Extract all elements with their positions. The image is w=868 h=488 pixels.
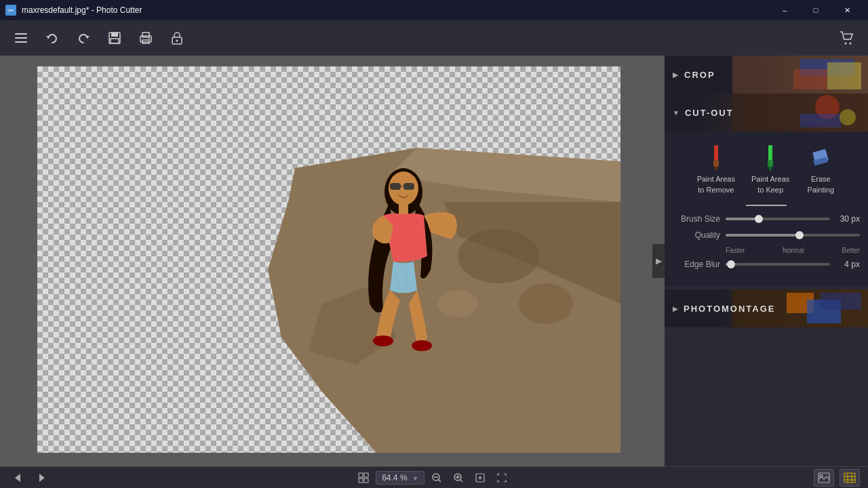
canvas-area[interactable]: ▶ xyxy=(0,56,665,466)
svg-rect-24 xyxy=(403,183,414,190)
svg-rect-1 xyxy=(15,37,27,39)
crop-section[interactable]: ▶ CROP xyxy=(665,56,868,94)
brush-size-label: Brush Size xyxy=(673,214,720,224)
quality-track[interactable] xyxy=(726,234,860,237)
app-icon: ✂ xyxy=(5,5,16,16)
paint-remove-icon-box xyxy=(701,142,731,172)
svg-line-58 xyxy=(438,479,441,482)
quality-label: Quality xyxy=(673,230,720,240)
right-panel: ▶ CROP ▼ CUT-OUT xyxy=(665,56,868,466)
svg-rect-5 xyxy=(111,39,119,43)
paint-keep-label-line1: Paint Areas xyxy=(751,175,789,183)
svg-point-11 xyxy=(176,40,178,42)
quality-markers: Faster Normal Better xyxy=(726,247,860,254)
menu-button[interactable] xyxy=(8,25,34,51)
brush-size-fill xyxy=(726,218,759,220)
quality-row: Quality xyxy=(673,230,860,240)
save-button[interactable] xyxy=(102,25,127,51)
canvas-container xyxy=(37,66,620,453)
window-controls[interactable]: – □ ✕ xyxy=(769,0,863,20)
lock-button[interactable] xyxy=(164,25,190,51)
crop-arrow-icon: ▶ xyxy=(673,71,679,79)
svg-rect-2 xyxy=(15,41,27,43)
crop-header: ▶ CROP xyxy=(665,70,868,80)
paint-remove-label-line2: to Remove xyxy=(698,186,734,194)
zoom-out-button[interactable] xyxy=(427,468,446,487)
svg-rect-28 xyxy=(375,336,390,344)
maximize-button[interactable]: □ xyxy=(800,0,831,20)
crop-label: CROP xyxy=(684,70,715,80)
paint-keep-button[interactable]: Paint Areas to Keep xyxy=(751,142,789,194)
cutout-section-header[interactable]: ▼ CUT-OUT xyxy=(665,94,868,131)
print-button[interactable] xyxy=(133,25,159,51)
svg-point-9 xyxy=(149,38,150,39)
quality-faster: Faster xyxy=(726,247,745,254)
minimize-button[interactable]: – xyxy=(769,0,800,20)
image-view-button[interactable] xyxy=(814,469,834,487)
title-bar: ✂ maxresdefault.jpg* - Photo Cutter – □ … xyxy=(0,0,868,20)
edge-blur-track[interactable] xyxy=(726,263,830,266)
svg-marker-44 xyxy=(768,167,772,171)
svg-point-17 xyxy=(458,229,539,283)
undo-button[interactable] xyxy=(39,25,65,51)
fit-window-button[interactable] xyxy=(492,468,511,487)
zoom-in-button[interactable] xyxy=(449,468,468,487)
close-button[interactable]: ✕ xyxy=(831,0,863,20)
svg-rect-7 xyxy=(142,33,149,37)
quality-thumb[interactable] xyxy=(795,231,804,239)
svg-rect-30 xyxy=(414,342,429,350)
paint-keep-icon xyxy=(758,144,783,171)
erase-icon xyxy=(808,144,833,171)
zoom-display[interactable]: 64.4 % ▼ xyxy=(376,471,425,485)
paint-keep-label-line2: to Keep xyxy=(757,186,783,194)
svg-marker-41 xyxy=(714,167,718,171)
paint-keep-icon-box xyxy=(755,142,785,172)
svg-line-61 xyxy=(460,479,462,482)
svg-marker-52 xyxy=(39,474,45,482)
redo-button[interactable] xyxy=(71,25,96,51)
cutout-body: Paint Areas to Remove Paint Areas xyxy=(665,131,868,287)
layers-button[interactable] xyxy=(840,469,860,487)
svg-rect-42 xyxy=(768,145,772,161)
panel-expand-button[interactable]: ▶ xyxy=(652,244,665,278)
next-image-button[interactable] xyxy=(33,468,52,487)
photomontage-section[interactable]: ▶ PHOTOMONTAGE xyxy=(665,289,868,327)
paint-remove-label-line1: Paint Areas xyxy=(697,175,735,183)
cart-button[interactable] xyxy=(834,25,860,51)
svg-marker-51 xyxy=(15,474,20,482)
brush-size-value: 30 px xyxy=(835,214,860,224)
tool-buttons: Paint Areas to Remove Paint Areas xyxy=(673,142,860,194)
quality-better: Better xyxy=(842,247,860,254)
status-left xyxy=(8,468,52,487)
edge-blur-label: Edge Blur xyxy=(673,260,720,269)
title-bar-left: ✂ maxresdefault.jpg* - Photo Cutter xyxy=(5,5,142,16)
canvas-image xyxy=(37,66,620,453)
svg-rect-53 xyxy=(359,473,363,477)
svg-rect-55 xyxy=(359,479,363,483)
brush-size-track[interactable] xyxy=(726,218,830,220)
window-title: maxresdefault.jpg* - Photo Cutter xyxy=(22,5,142,15)
svg-rect-50 xyxy=(821,293,861,310)
svg-point-19 xyxy=(437,290,478,317)
svg-rect-56 xyxy=(364,479,368,483)
edge-blur-thumb[interactable] xyxy=(727,260,735,268)
erase-button[interactable]: Erase Painting xyxy=(806,142,835,194)
brush-size-thumb[interactable] xyxy=(755,215,763,223)
erase-icon-box xyxy=(806,142,835,172)
svg-rect-43 xyxy=(768,160,773,167)
svg-rect-23 xyxy=(390,183,401,190)
edge-blur-value: 4 px xyxy=(835,260,860,269)
brush-size-row: Brush Size 30 px xyxy=(673,214,860,224)
prev-image-button[interactable] xyxy=(8,468,27,487)
svg-rect-40 xyxy=(713,160,719,167)
paint-remove-button[interactable]: Paint Areas to Remove xyxy=(697,142,735,194)
status-right xyxy=(814,469,860,487)
toolbar xyxy=(0,20,868,56)
erase-label-line1: Erase xyxy=(811,175,831,183)
status-center: 64.4 % ▼ xyxy=(354,468,511,487)
fit-page-button[interactable] xyxy=(471,468,490,487)
grid-view-button[interactable] xyxy=(354,468,373,487)
zoom-value: 64.4 % xyxy=(382,473,407,483)
cutout-arrow-icon: ▼ xyxy=(673,109,679,117)
svg-rect-37 xyxy=(800,114,841,127)
